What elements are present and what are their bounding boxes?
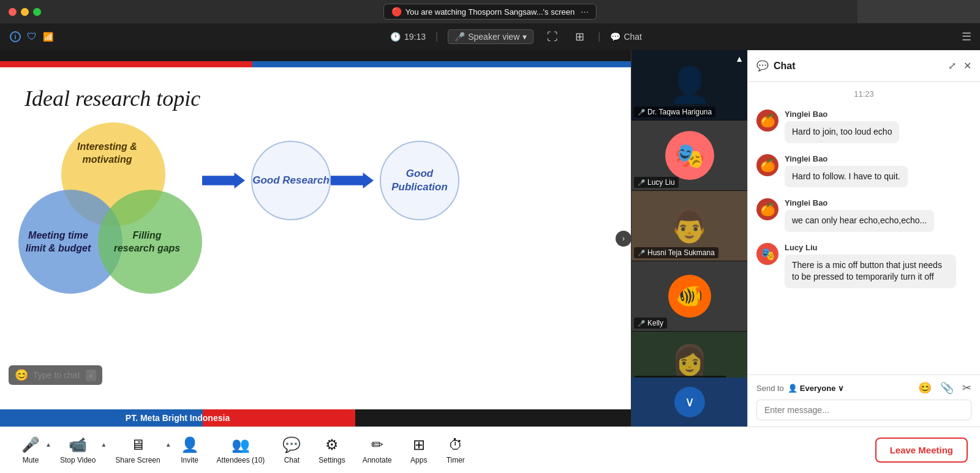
top-toolbar: i 🛡 📶 🕐 19:13 | 🎤 Speaker view ▾ ⛶ ⊞ | 💬… [0,23,980,50]
lucy-name-bar: 🎤 Lucy Liu [634,177,679,188]
good-research-circle: Good Research [251,141,331,220]
chat-sender-4: Lucy Liu [785,243,971,252]
send-to-select[interactable]: 👤 Everyone ∨ [788,384,845,393]
smiley-icon: 😊 [15,368,28,382]
fullscreen-button[interactable]: ⛶ [543,29,562,45]
mute-group: 🎤 Mute ▲ [12,436,51,464]
diagram-row: Good Research Good Publication [202,141,459,220]
taqwa-mic-icon: 🎤 [638,109,645,116]
venn-label-interesting: Interesting & motivating [74,141,141,166]
video-chevron-icon[interactable]: ▲ [100,441,107,448]
chat-sender-3: Yinglei Bao [785,198,971,207]
minimize-button[interactable] [21,8,29,16]
send-to-value: Everyone [800,384,836,393]
message-input-row[interactable] [756,400,971,420]
attendees-icon: 👥 [232,436,250,453]
slide-area: Ideal research topic Interesting & motiv… [0,50,631,426]
grid-view-button[interactable]: ⊞ [571,29,588,45]
slide-color-bar [0,61,631,67]
share-chevron-icon[interactable]: ▲ [165,441,172,448]
slide-top-bar [0,50,631,61]
attendees-label: Attendees (10) [217,456,265,464]
send-to-chevron: ∨ [838,384,844,393]
chat-close-button[interactable]: ✕ [963,60,971,72]
meeting-timer: 🕐 19:13 [390,32,426,42]
slide-bar-red [0,61,252,67]
chat-header-icons: ⤢ ✕ [948,60,971,72]
scroll-down-button[interactable]: ∨ [674,387,705,417]
chat-toolbar-icon: 💬 [282,436,301,453]
lucy-name: Lucy Liu [647,178,675,187]
yinglei-avatar-3: 🍊 [756,198,778,220]
mute-label: Mute [23,456,39,464]
video-group: 📹 Stop Video ▲ [51,436,107,464]
settings-icon: ⚙ [325,436,339,453]
chat-action-icons: 😊 📎 ✂ [918,381,971,395]
leave-meeting-button[interactable]: Leave Meeting [875,438,968,463]
chevron-down-icon: ∨ [685,394,695,410]
participants-panel: 👤 ▲ 🎤 Dr. Taqwa Hariguna 🎭 🎤 Lucy Liu [631,50,747,426]
mute-button[interactable]: 🎤 Mute [12,436,49,464]
attendees-button[interactable]: 👥 Attendees (10) [208,436,274,464]
view-mode-button[interactable]: 🎤 Speaker view ▾ [448,29,533,44]
close-button[interactable] [9,8,17,16]
chat-message-3: 🍊 Yinglei Bao we can only hear echo,echo… [756,198,971,232]
chat-header: 💬 Chat ⤢ ✕ [748,50,980,82]
taqwa-name: Dr. Taqwa Hariguna [647,108,712,116]
send-to-label: Send to [756,384,784,393]
chevron-down-icon: ▾ [522,32,527,42]
scroll-down-area[interactable]: ∨ [631,378,747,426]
company-name: PT. Meta Bright Indonesia [0,409,355,426]
chat-popout-button[interactable]: ⤢ [948,60,956,72]
chat-bubble-header-icon: 💬 [756,60,769,72]
signal-icon: 📶 [43,32,53,42]
video-icon: 📹 [69,436,87,453]
settings-button[interactable]: ⚙ Settings [310,436,353,464]
stop-video-label: Stop Video [60,456,96,464]
mute-chevron-icon[interactable]: ▲ [45,441,51,448]
good-research-label: Good Research [252,174,330,187]
attachment-icon[interactable]: 📎 [940,381,954,395]
stop-video-button[interactable]: 📹 Stop Video [51,436,105,464]
chat-toolbar-button[interactable]: 💬 Chat [273,436,310,464]
participant-tile-taqwa: 👤 ▲ 🎤 Dr. Taqwa Hariguna [631,50,747,121]
chat-message-content-1: Yinglei Bao Hard to join, too loud echo [785,110,971,143]
screenshot-icon[interactable]: ✂ [962,381,971,395]
apps-label: Apps [410,456,427,464]
chat-top-button[interactable]: 💬 Chat [610,32,642,42]
taqwa-up-arrow[interactable]: ▲ [735,54,744,64]
screen-share-more-icon[interactable]: ⋯ [581,7,589,17]
chat-panel: 💬 Chat ⤢ ✕ 11:23 🍊 Yinglei Bao Hard to j… [747,50,980,426]
yinglei-avatar-1: 🍊 [756,110,778,132]
screen-share-text: You are watching Thosporn Sangsaw...'s s… [405,7,575,17]
invite-button[interactable]: 👤 Invite [172,436,208,464]
chat-bubble-1: Hard to join, too loud echo [785,121,899,143]
taqwa-silhouette: 👤 [668,65,711,105]
expand-panel-button[interactable]: › [616,231,631,247]
chat-expand-icon[interactable]: ‹ [86,370,96,381]
arrow-to-research [202,168,251,193]
slide-chat-input[interactable]: 😊 Type to chat ‹ [9,365,102,385]
participant-tile-kelly: 🐠 🎤 Kelly [631,261,747,332]
apps-button[interactable]: ⊞ Apps [401,436,437,464]
annotate-button[interactable]: ✏ Annotate [354,436,401,464]
share-screen-button[interactable]: 🖥 Share Screen [107,436,168,464]
message-input[interactable] [764,405,963,415]
title-bar: 🔴 You are watching Thosporn Sangsaw...'s… [0,0,980,23]
invite-label: Invite [181,456,198,464]
husni-mic-icon: 🎤 [638,250,645,256]
annotate-label: Annotate [363,456,392,464]
chat-top-label: Chat [624,32,642,42]
lucy-mic-icon: 🎤 [638,179,645,186]
maximize-button[interactable] [33,8,41,16]
settings-label: Settings [318,456,345,464]
taqwa-name-bar: 🎤 Dr. Taqwa Hariguna [634,106,715,117]
send-to-row: Send to 👤 Everyone ∨ 😊 📎 ✂ [756,381,971,395]
arrow-to-publication [331,168,380,193]
info-icon[interactable]: i [10,31,21,42]
more-options-icon[interactable]: ☰ [962,30,971,43]
slide-bottom-bar: PT. Meta Bright Indonesia [0,409,631,426]
emoji-icon[interactable]: 😊 [918,381,932,395]
annotate-icon: ✏ [371,436,383,453]
timer-button[interactable]: ⏱ Timer [437,436,474,464]
